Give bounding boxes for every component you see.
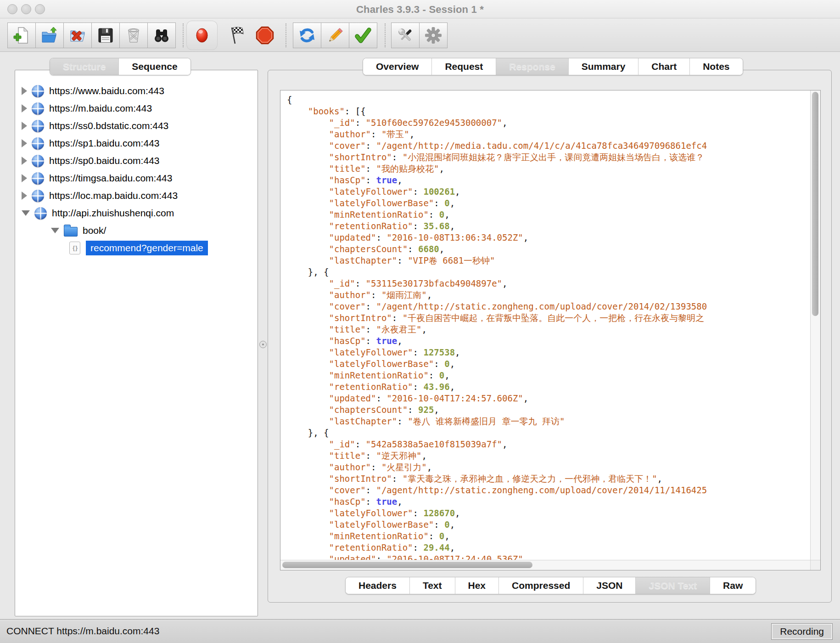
disclosure-collapsed-icon[interactable]: [22, 87, 27, 95]
splitter-handle[interactable]: [259, 341, 267, 348]
binoculars-icon: [152, 26, 171, 45]
tree-item-host[interactable]: https://timgsa.baidu.com:443: [15, 169, 258, 187]
refresh-arrows-icon: [298, 26, 316, 45]
window-title: Charles 3.9.3 - Session 1 *: [0, 4, 840, 16]
tab-json-text[interactable]: JSON Text: [635, 577, 710, 594]
tab-json[interactable]: JSON: [583, 577, 635, 594]
remove-session-button[interactable]: [63, 23, 92, 48]
status-bar: CONNECT https://m.baidu.com:443 Recordin…: [0, 619, 840, 643]
edit-button-group: [293, 23, 377, 48]
tools-button[interactable]: [391, 23, 420, 48]
session-tree-panel: https://www.baidu.com:443 https://m.baid…: [15, 70, 258, 616]
json-text-view[interactable]: { "books": [{ "_id": "510f60ec59762e9453…: [280, 90, 810, 560]
tab-overview[interactable]: Overview: [363, 58, 431, 75]
trash-can-icon: [124, 26, 143, 45]
find-button[interactable]: [147, 23, 176, 48]
status-message: CONNECT https://m.baidu.com:443: [6, 626, 159, 637]
gear-icon: [424, 26, 442, 45]
disclosure-collapsed-icon[interactable]: [22, 157, 27, 165]
clear-session-button[interactable]: [119, 23, 148, 48]
session-button-group: [7, 23, 176, 48]
tree-item-host[interactable]: https://www.baidu.com:443: [15, 82, 258, 100]
toolbar-separator: [183, 23, 184, 47]
save-session-button[interactable]: [91, 23, 120, 48]
tab-text[interactable]: Text: [409, 577, 455, 594]
tree-item-host[interactable]: https://sp0.baidu.com:443: [15, 152, 258, 169]
checkered-flag-icon: [226, 25, 246, 45]
globe-icon: [32, 137, 44, 150]
response-content: { "books": [{ "_id": "510f60ec59762e9453…: [280, 90, 821, 570]
globe-icon: [32, 120, 44, 132]
globe-icon: [32, 102, 44, 115]
tab-headers[interactable]: Headers: [346, 577, 409, 594]
folder-x-icon: [68, 26, 87, 45]
toolbar: [0, 19, 840, 52]
disclosure-collapsed-icon[interactable]: [22, 122, 27, 130]
response-json-text: { "books": [{ "_id": "510f60ec59762e9453…: [280, 90, 810, 560]
edit-button[interactable]: [321, 23, 349, 48]
tree-item-host[interactable]: https://loc.map.baidu.com:443: [15, 187, 258, 204]
recording-status-button[interactable]: Recording: [771, 623, 833, 640]
sidebar-view-tabs: Structure Sequence: [50, 58, 191, 75]
tree-item-request-selected[interactable]: recommend?gender=male: [15, 239, 258, 257]
toolbar-separator: [286, 23, 286, 47]
globe-icon: [32, 172, 44, 185]
disclosure-expanded-icon[interactable]: [51, 228, 59, 233]
validate-button[interactable]: [349, 23, 377, 48]
disclosure-collapsed-icon[interactable]: [22, 174, 27, 182]
stop-octagon-icon: [255, 25, 275, 45]
vertical-scrollbar-thumb[interactable]: [812, 92, 818, 316]
response-format-tabs: Headers Text Hex Compressed JSON JSON Te…: [345, 577, 756, 594]
stop-button[interactable]: [252, 23, 278, 48]
new-file-icon: [12, 26, 31, 45]
tab-compressed[interactable]: Compressed: [498, 577, 583, 594]
horizontal-scrollbar[interactable]: [280, 560, 810, 570]
pencil-icon: [326, 26, 344, 45]
settings-button-group: [391, 23, 448, 48]
green-check-icon: [354, 26, 372, 45]
scrollbar-corner: [810, 560, 820, 570]
globe-icon: [32, 190, 44, 202]
floppy-disk-icon: [96, 26, 115, 45]
toolbar-separator: [385, 23, 386, 47]
globe-icon: [32, 155, 44, 167]
tab-raw[interactable]: Raw: [710, 577, 756, 594]
open-folder-icon: [40, 26, 59, 45]
tools-icon: [396, 26, 414, 45]
tab-notes[interactable]: Notes: [689, 58, 742, 75]
refresh-button[interactable]: [293, 23, 321, 48]
tree-item-host[interactable]: http://api.zhuishushenqi.com: [15, 204, 258, 222]
tree-item-folder[interactable]: book/: [15, 222, 258, 239]
tab-sequence[interactable]: Sequence: [118, 58, 190, 75]
vertical-scrollbar[interactable]: [810, 90, 820, 560]
tree-item-host[interactable]: https://m.baidu.com:443: [15, 100, 258, 117]
settings-button[interactable]: [419, 23, 448, 48]
disclosure-collapsed-icon[interactable]: [22, 104, 27, 113]
tab-structure[interactable]: Structure: [50, 58, 118, 75]
tab-hex[interactable]: Hex: [455, 577, 499, 594]
disclosure-collapsed-icon[interactable]: [22, 192, 27, 200]
checkered-flag-button[interactable]: [223, 23, 250, 48]
tab-summary[interactable]: Summary: [568, 58, 638, 75]
response-view-tabs: Overview Request Response Summary Chart …: [363, 58, 743, 75]
tree-item-host[interactable]: https://sp1.baidu.com:443: [15, 135, 258, 152]
tab-request[interactable]: Request: [431, 58, 496, 75]
json-document-icon: [69, 242, 80, 254]
folder-icon: [64, 227, 78, 237]
globe-icon: [32, 85, 44, 97]
disclosure-collapsed-icon[interactable]: [22, 139, 27, 147]
record-button[interactable]: [186, 21, 218, 50]
session-tree: https://www.baidu.com:443 https://m.baid…: [15, 70, 258, 257]
tab-chart[interactable]: Chart: [638, 58, 689, 75]
record-dot-icon: [192, 24, 212, 47]
title-bar: Charles 3.9.3 - Session 1 *: [0, 0, 840, 18]
disclosure-expanded-icon[interactable]: [22, 210, 30, 216]
open-session-button[interactable]: [35, 23, 64, 48]
tab-response[interactable]: Response: [496, 58, 568, 75]
new-session-button[interactable]: [7, 23, 36, 48]
horizontal-scrollbar-thumb[interactable]: [282, 562, 532, 568]
tree-item-host[interactable]: https://ss0.bdstatic.com:443: [15, 117, 258, 135]
globe-icon: [34, 207, 47, 220]
